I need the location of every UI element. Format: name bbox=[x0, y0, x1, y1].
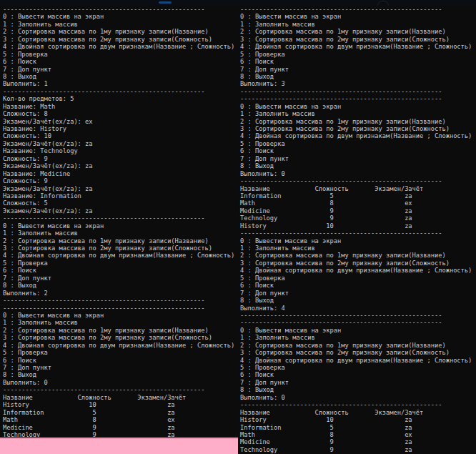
menu-item: 7 : Доп пункт bbox=[240, 66, 472, 73]
io-line: Сложность: 5 bbox=[3, 199, 234, 207]
menu-item: 7 : Доп пункт bbox=[240, 290, 472, 297]
menu-item: 3 : Сортировка массива по 2му признаку з… bbox=[3, 334, 234, 341]
menu-item: 5 : Проверка bbox=[240, 364, 472, 371]
menu-item: 5 : Проверка bbox=[3, 349, 234, 356]
prompt-line: Выполнить: 1 bbox=[3, 80, 234, 87]
separator-line: ----------------------------------------… bbox=[3, 88, 234, 95]
menu-item: 5 : Проверка bbox=[240, 140, 472, 147]
menu-item: 3 : Сортировка массива по 2му признаку з… bbox=[240, 125, 472, 132]
io-line: Экзамен/Зачёт(ex/za): ex bbox=[3, 118, 234, 125]
table-row: Math 8 ex bbox=[240, 199, 472, 207]
menu-item: 3 : Сортировка массива по 2му признаку з… bbox=[240, 260, 472, 267]
menu-item: 0 : Вывести массив на экран bbox=[240, 13, 472, 20]
menu-item: 6 : Поиск bbox=[240, 147, 472, 154]
menu-item: 8 : Выход bbox=[240, 162, 472, 169]
io-line: Сложность: 9 bbox=[3, 177, 234, 184]
terminal-output-right: ----------------------------------------… bbox=[240, 6, 472, 453]
menu-item: 2 : Сортировка массива по 1му признаку з… bbox=[240, 342, 472, 349]
table-row: History 10 za bbox=[240, 416, 472, 423]
menu-item: 2 : Сортировка массива по 1му признаку з… bbox=[3, 237, 234, 245]
io-line: Название: Information bbox=[3, 192, 234, 199]
menu-item: 1 : Заполнить массив bbox=[240, 245, 472, 252]
table-row: Information 5 za bbox=[3, 409, 234, 416]
prompt-line: Выполнить: 2 bbox=[3, 290, 234, 297]
separator-line: ----------------------------------------… bbox=[240, 177, 472, 184]
io-line: Экзамен/Зачёт(ex/za): za bbox=[3, 185, 234, 192]
scroll-indicator bbox=[159, 1, 172, 4]
menu-item: 4 : Двойная сортировка по двум признакам… bbox=[3, 252, 234, 259]
separator-line: ----------------------------------------… bbox=[240, 319, 472, 326]
menu-item: 2 : Сортировка массива по 1му признаку з… bbox=[3, 327, 234, 334]
io-line: Кол-во предметов: 5 bbox=[3, 95, 234, 102]
menu-item: 5 : Проверка bbox=[3, 51, 234, 58]
menu-item: 0 : Вывести массив на экран bbox=[240, 237, 472, 245]
separator-line: ----------------------------------------… bbox=[240, 312, 472, 319]
prompt-line: Выполнить: 0 bbox=[240, 170, 472, 177]
menu-item: 1 : Заполнить массив bbox=[3, 230, 234, 237]
table-row: Medicine 9 za bbox=[240, 207, 472, 214]
menu-item: 0 : Вывести массив на экран bbox=[240, 327, 472, 334]
menu-item: 6 : Поиск bbox=[3, 357, 234, 364]
io-line: Название: Technology bbox=[3, 147, 234, 154]
prompt-line: Выполнить: 0 bbox=[240, 394, 472, 401]
menu-item: 1 : Заполнить массив bbox=[3, 319, 234, 326]
menu-item: 4 : Двойная сортировка по двум признакам… bbox=[240, 267, 472, 274]
table-row: Math 8 ex bbox=[3, 416, 234, 423]
menu-item: 6 : Поиск bbox=[240, 58, 472, 65]
io-line: Сложность: 9 bbox=[3, 155, 234, 162]
separator-line: ----------------------------------------… bbox=[240, 401, 472, 408]
io-line: Экзамен/Зачёт(ex/za): za bbox=[3, 207, 234, 214]
separator-line: ----------------------------------------… bbox=[3, 214, 234, 222]
menu-item: 0 : Вывести массив на экран bbox=[3, 312, 234, 319]
menu-item: 1 : Заполнить массив bbox=[240, 334, 472, 341]
prompt-line: Выполнить: 4 bbox=[240, 305, 472, 312]
table-row: Technology 9 za bbox=[240, 446, 472, 453]
menu-item: 8 : Выход bbox=[3, 371, 234, 378]
table-header: Название Сложность Экзамен/Зачёт bbox=[3, 394, 234, 401]
menu-item: 7 : Доп пункт bbox=[3, 364, 234, 371]
separator-line: ----------------------------------------… bbox=[3, 305, 234, 312]
io-line: Сложность: 8 bbox=[3, 110, 234, 117]
separator-line: ----------------------------------------… bbox=[3, 6, 234, 13]
table-row: History 10 za bbox=[3, 401, 234, 408]
selection-highlight bbox=[0, 437, 238, 454]
menu-item: 3 : Сортировка массива по 2му признаку з… bbox=[240, 349, 472, 356]
menu-item: 6 : Поиск bbox=[240, 282, 472, 289]
menu-item: 5 : Проверка bbox=[240, 275, 472, 282]
prompt-line: Выполнить: 0 bbox=[3, 379, 234, 386]
menu-item: 2 : Сортировка массива по 1му признаку з… bbox=[240, 252, 472, 259]
menu-item: 7 : Доп пункт bbox=[3, 275, 234, 282]
menu-item: 5 : Проверка bbox=[3, 260, 234, 267]
separator-line: ----------------------------------------… bbox=[3, 297, 234, 304]
io-line: Название: History bbox=[3, 125, 234, 132]
window-top-edge bbox=[0, 0, 476, 5]
menu-item: 0 : Вывести массив на экран bbox=[3, 13, 234, 20]
io-line: Название: Medicine bbox=[3, 170, 234, 177]
terminal-window[interactable]: ----------------------------------------… bbox=[0, 0, 476, 454]
menu-item: 2 : Сортировка массива по 1му признаку з… bbox=[240, 28, 472, 35]
table-row: Information 5 za bbox=[240, 192, 472, 199]
table-row: Medicine 9 za bbox=[3, 424, 234, 431]
menu-item: 1 : Заполнить массив bbox=[240, 21, 472, 28]
menu-item: 4 : Двойная сортировка по двум признакам… bbox=[240, 357, 472, 364]
menu-item: 8 : Выход bbox=[240, 297, 472, 304]
separator-line: ----------------------------------------… bbox=[240, 88, 472, 95]
menu-item: 8 : Выход bbox=[240, 386, 472, 393]
menu-item: 7 : Доп пункт bbox=[240, 155, 472, 162]
table-row: Medicine 9 za bbox=[240, 438, 472, 445]
table-header: Название Сложность Экзамен/Зачёт bbox=[240, 185, 472, 192]
table-row: Math 8 ex bbox=[240, 431, 472, 438]
menu-item: 4 : Двойная сортировка по двум признакам… bbox=[240, 43, 472, 50]
window-artifact bbox=[377, 1, 389, 6]
menu-item: 5 : Проверка bbox=[240, 51, 472, 58]
separator-line: ----------------------------------------… bbox=[240, 95, 472, 102]
menu-item: 7 : Доп пункт bbox=[240, 379, 472, 386]
menu-item: 3 : Сортировка массива по 2му признаку з… bbox=[240, 36, 472, 43]
menu-item: 7 : Доп пункт bbox=[3, 66, 234, 73]
menu-item: 3 : Сортировка массива по 2му признаку з… bbox=[3, 36, 234, 43]
menu-item: 6 : Поиск bbox=[3, 267, 234, 274]
separator-line: ----------------------------------------… bbox=[3, 386, 234, 393]
menu-item: 4 : Двойная сортировка по двум признакам… bbox=[3, 342, 234, 349]
menu-item: 8 : Выход bbox=[3, 73, 234, 80]
terminal-output-left: ----------------------------------------… bbox=[3, 6, 234, 438]
